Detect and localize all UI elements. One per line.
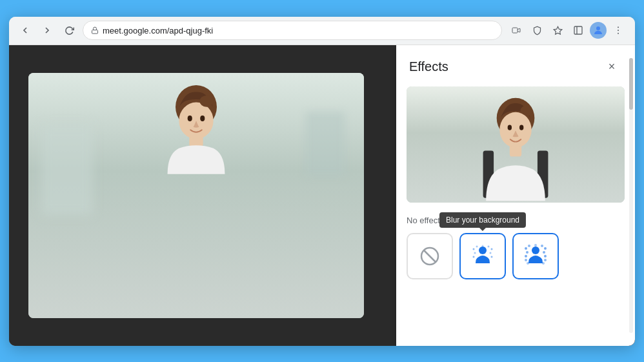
svg-rect-2 — [574, 26, 582, 34]
svg-point-45 — [527, 262, 529, 265]
forward-button[interactable] — [39, 22, 55, 39]
svg-point-23 — [479, 246, 487, 254]
person-background — [28, 73, 364, 318]
back-button[interactable] — [17, 22, 34, 39]
effects-grid: Blur your background — [396, 229, 635, 290]
reload-button[interactable] — [61, 22, 77, 39]
svg-point-38 — [544, 247, 547, 250]
browser-toolbar: meet.google.com/apd-qjug-fki — [9, 17, 635, 45]
svg-point-35 — [526, 251, 528, 254]
svg-point-6 — [618, 33, 619, 34]
svg-point-39 — [543, 251, 545, 254]
svg-point-30 — [476, 245, 478, 247]
toolbar-right — [507, 21, 627, 39]
svg-point-43 — [534, 244, 537, 246]
svg-point-33 — [532, 246, 539, 254]
no-effect-icon — [419, 246, 440, 266]
effects-title: Effects — [409, 59, 448, 74]
effects-header: Effects × — [396, 45, 635, 86]
preview-person-figure — [480, 90, 551, 203]
svg-point-40 — [544, 255, 547, 257]
svg-point-28 — [490, 252, 492, 254]
bg-element-right — [306, 112, 345, 176]
svg-point-4 — [618, 26, 619, 28]
camera-feed — [28, 73, 364, 318]
effects-panel: Effects × — [396, 45, 635, 346]
svg-point-27 — [491, 248, 493, 250]
svg-line-22 — [424, 250, 436, 262]
svg-point-31 — [482, 245, 484, 246]
scrollbar-track[interactable] — [629, 58, 633, 333]
effects-preview — [407, 86, 625, 203]
section-label: No effect & blur — [396, 210, 635, 229]
svg-point-44 — [541, 245, 543, 247]
full-blur-icon — [523, 244, 548, 268]
svg-point-41 — [544, 259, 547, 261]
svg-point-46 — [542, 262, 545, 265]
svg-marker-1 — [554, 26, 562, 34]
address-bar[interactable]: meet.google.com/apd-qjug-fki — [83, 21, 502, 40]
scrollbar-thumb[interactable] — [629, 58, 633, 110]
svg-point-19 — [508, 125, 512, 130]
slight-blur-icon — [470, 244, 495, 268]
bookmark-button[interactable] — [548, 21, 567, 39]
svg-rect-0 — [92, 30, 98, 34]
svg-point-20 — [519, 125, 523, 130]
lock-icon — [91, 26, 99, 34]
svg-point-37 — [525, 259, 527, 261]
svg-point-3 — [596, 26, 600, 30]
no-effect-button[interactable] — [407, 233, 453, 279]
browser-content: Effects × — [9, 45, 635, 346]
svg-point-26 — [473, 256, 475, 257]
browser-window: meet.google.com/apd-qjug-fki — [9, 17, 635, 346]
svg-point-12 — [199, 95, 213, 106]
svg-point-25 — [474, 252, 476, 254]
camera-icon-button[interactable] — [507, 21, 525, 39]
svg-point-32 — [488, 245, 490, 247]
slight-blur-button[interactable]: Blur your background — [459, 233, 506, 279]
person-figure-main — [151, 79, 241, 183]
svg-point-5 — [618, 30, 619, 31]
svg-point-10 — [188, 116, 192, 121]
preview-background — [407, 86, 625, 203]
shield-button[interactable] — [528, 21, 546, 39]
svg-point-36 — [525, 255, 527, 257]
svg-point-42 — [528, 245, 530, 247]
svg-point-11 — [200, 116, 205, 121]
bg-element-left — [41, 125, 93, 215]
url-text: meet.google.com/apd-qjug-fki — [103, 26, 213, 35]
sidebar-button[interactable] — [569, 21, 587, 39]
full-blur-button[interactable] — [512, 233, 559, 279]
svg-point-24 — [473, 248, 475, 250]
svg-point-29 — [491, 256, 493, 257]
svg-point-34 — [525, 247, 527, 250]
close-effects-button[interactable]: × — [601, 57, 622, 77]
more-menu-button[interactable] — [609, 21, 627, 39]
profile-avatar[interactable] — [590, 22, 607, 39]
